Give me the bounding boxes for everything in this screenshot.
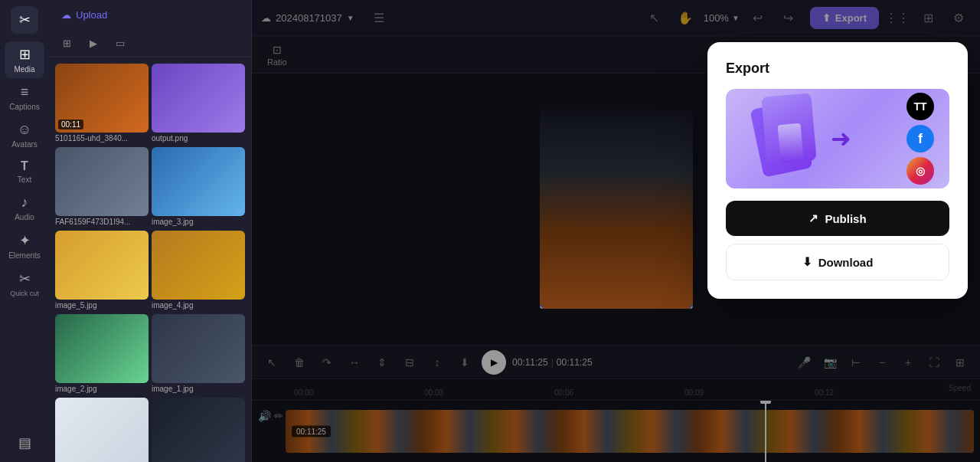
media-item-5[interactable]: [55, 231, 149, 300]
captions-icon: ≡: [21, 84, 29, 100]
upload-icon: ☁: [61, 9, 71, 21]
media-item-wrapper-3: FAF6159F473D1I94...: [55, 147, 149, 228]
download-button[interactable]: ⬇ Download: [726, 244, 949, 280]
upload-label: Upload: [76, 9, 107, 21]
export-modal-title: Export: [726, 61, 949, 77]
media-item-wrapper-8: image_1.jpg: [152, 314, 245, 395]
media-item-8[interactable]: [152, 314, 245, 383]
sidebar-item-avatars[interactable]: ☺ Avatars: [5, 117, 44, 153]
download-icon: ⬇: [802, 255, 812, 269]
image-tab-icon: ⊞: [63, 38, 71, 49]
publish-button[interactable]: ↗ Publish: [726, 201, 949, 236]
audio-tab-icon: ▭: [116, 38, 125, 49]
sidebar-item-captions[interactable]: ≡ Captions: [5, 80, 44, 116]
media-item-10[interactable]: [152, 398, 245, 462]
export-banner: ➜ TT f ◎: [726, 89, 949, 188]
media-item-9[interactable]: [55, 398, 149, 462]
media-item-1[interactable]: 00:11: [55, 64, 149, 133]
media-label-5: image_5.jpg: [55, 300, 149, 311]
media-label-1: 5101165-uhd_3840...: [55, 133, 149, 144]
main-editor: ☁ 202408171037 ▼ ☰ ↖ ✋ 100% ▼ ↩ ↪ ⬆ Expo…: [252, 0, 980, 462]
publish-label: Publish: [825, 212, 866, 225]
social-icons: TT f ◎: [906, 93, 934, 185]
text-icon: T: [21, 159, 28, 173]
sidebar-label-captions: Captions: [9, 103, 39, 111]
media-item-wrapper-2: output.png: [152, 64, 245, 144]
sidebar-item-media[interactable]: ⊞ Media: [5, 41, 44, 78]
tab-audio[interactable]: ▭: [108, 33, 132, 54]
app-logo: ✂: [11, 6, 38, 34]
video-tab-icon: ▶: [90, 38, 97, 49]
media-label-2: output.png: [152, 133, 245, 144]
media-label-4: image_3.jpg: [152, 216, 245, 228]
media-panel: ☁ Upload ⊞ ▶ ▭ 00:11 5101165-uhd_3840...…: [49, 0, 252, 462]
sidebar-item-elements[interactable]: ✦ Elements: [5, 228, 44, 264]
avatars-icon: ☺: [18, 122, 31, 138]
media-icon: ⊞: [19, 46, 31, 63]
elements-icon: ✦: [19, 232, 31, 249]
media-item-6[interactable]: [152, 231, 245, 300]
sidebar-label-elements: Elements: [8, 251, 41, 260]
sidebar-label-media: Media: [14, 65, 34, 74]
download-label: Download: [818, 256, 874, 269]
sidebar-label-avatars: Avatars: [11, 140, 38, 149]
media-label-8: image_1.jpg: [152, 383, 245, 395]
facebook-icon: f: [906, 125, 934, 152]
media-panel-header: ☁ Upload: [49, 0, 251, 30]
sidebar-item-audio[interactable]: ♪ Audio: [5, 190, 44, 226]
media-tabs: ⊞ ▶ ▭: [49, 30, 251, 57]
instagram-icon: ◎: [906, 157, 934, 185]
export-modal-overlay: Export ➜ TT: [252, 0, 980, 462]
media-item-wrapper-4: image_3.jpg: [152, 147, 245, 228]
tab-video[interactable]: ▶: [82, 33, 105, 54]
sidebar-label-text: Text: [18, 175, 31, 184]
media-label-6: image_4.jpg: [152, 300, 245, 311]
banner-arrow: ➜: [831, 124, 851, 153]
tiktok-icon: TT: [906, 93, 934, 120]
media-grid: 00:11 5101165-uhd_3840... output.png FAF…: [49, 57, 251, 462]
export-modal: Export ➜ TT: [707, 42, 968, 299]
sidebar-item-subtitles[interactable]: ▤: [5, 430, 44, 456]
media-label-3: FAF6159F473D1I94...: [55, 216, 149, 228]
media-item-2[interactable]: [152, 64, 245, 133]
sidebar: ✂ ⊞ Media ≡ Captions ☺ Avatars T Text ♪ …: [0, 0, 49, 462]
quickcut-icon: ✂: [19, 270, 31, 287]
media-item-wrapper-5: image_5.jpg: [55, 231, 149, 311]
banner-figure-front: [764, 95, 818, 168]
audio-icon: ♪: [21, 195, 28, 211]
upload-button[interactable]: ☁ Upload: [61, 9, 107, 21]
sidebar-item-text[interactable]: T Text: [5, 155, 44, 188]
tab-image[interactable]: ⊞: [55, 33, 79, 54]
media-item-7[interactable]: [55, 314, 149, 383]
media-duration-1: 00:11: [58, 120, 83, 129]
media-item-wrapper-6: image_4.jpg: [152, 231, 245, 311]
media-item-wrapper-7: image_2.jpg: [55, 314, 149, 395]
media-item-wrapper-10: .jpg: [152, 398, 245, 462]
media-item-3[interactable]: [55, 147, 149, 216]
sidebar-label-audio: Audio: [15, 213, 34, 221]
subtitles-icon: ▤: [18, 434, 31, 451]
sidebar-label-quickcut: Quick cut: [10, 290, 39, 297]
media-label-7: image_2.jpg: [55, 383, 149, 395]
publish-icon: ↗: [808, 211, 818, 225]
media-item-wrapper-9: .jpg: [55, 398, 149, 462]
sidebar-item-quickcut[interactable]: ✂ Quick cut: [5, 266, 44, 302]
media-item-4[interactable]: [152, 147, 245, 216]
media-item-wrapper-1: 00:11 5101165-uhd_3840...: [55, 64, 149, 144]
